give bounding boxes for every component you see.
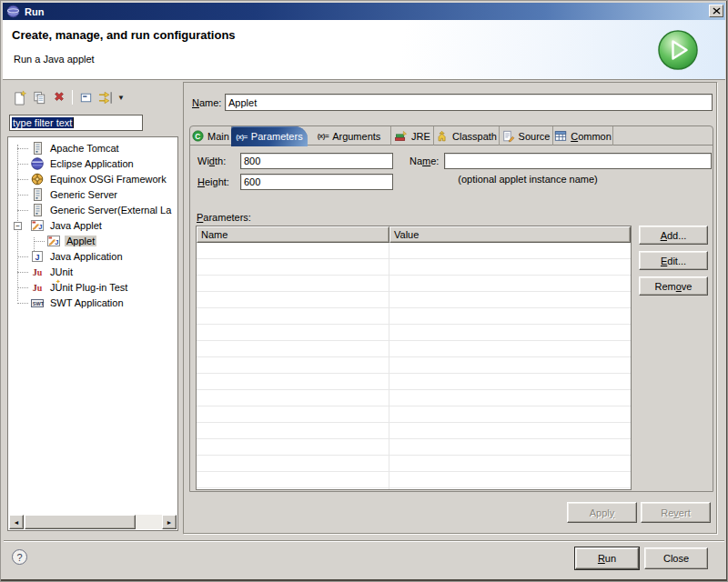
config-editor-panel: Name: C Main (x)= Parameters (x)= Argume… xyxy=(183,82,717,534)
applet-name-label: Name: xyxy=(410,153,439,169)
config-name-label: Name: xyxy=(192,95,221,111)
window-title: Run xyxy=(25,6,44,17)
parameters-label: Parameters: xyxy=(197,209,251,226)
revert-button[interactable]: Revert xyxy=(641,502,711,523)
tree-item-applet-selected[interactable]: J Applet xyxy=(8,234,177,249)
svg-text:J: J xyxy=(38,223,42,231)
scroll-left-icon[interactable]: ◄ xyxy=(9,515,24,529)
run-badge-icon xyxy=(656,28,700,72)
applet-icon: J xyxy=(30,218,45,233)
apply-button[interactable]: Apply xyxy=(567,502,637,523)
parameters-table[interactable]: Name Value xyxy=(196,226,632,490)
width-label: Width: xyxy=(197,153,226,169)
server-icon xyxy=(30,203,45,217)
new-launch-config-icon[interactable] xyxy=(9,88,29,106)
tree-item-junit-plugin-test[interactable]: Ju ✦ JUnit Plug-in Test xyxy=(8,280,177,296)
column-header-value[interactable]: Value xyxy=(389,226,631,243)
run-configurations-dialog: Run Create, manage, and run configuratio… xyxy=(0,0,728,582)
filter-menu-dropdown-icon[interactable]: ▼ xyxy=(117,94,125,102)
tab-source[interactable]: Source xyxy=(500,126,553,146)
junit-plugin-icon: Ju xyxy=(30,280,45,295)
question-icon: ? xyxy=(16,552,22,563)
tree-item-java-application[interactable]: J Java Application xyxy=(8,249,177,265)
svg-text:C: C xyxy=(195,132,200,141)
remove-button[interactable]: Remove xyxy=(639,276,708,296)
tab-parameters[interactable]: (x)= Parameters xyxy=(231,126,308,146)
config-tab-folder: C Main (x)= Parameters (x)= Arguments JR… xyxy=(189,125,713,492)
height-label: Height: xyxy=(197,174,229,190)
scroll-right-icon[interactable]: ► xyxy=(162,515,177,529)
filter-selected-text: type filter text xyxy=(12,117,73,128)
applet-name-hint: (optional applet instance name) xyxy=(437,174,619,185)
column-header-name[interactable]: Name xyxy=(197,226,389,243)
parameters-table-header: Name Value xyxy=(197,226,631,243)
banner-title: Create, manage, and run configurations xyxy=(12,28,236,42)
close-window-button[interactable] xyxy=(709,5,723,17)
common-tab-icon xyxy=(554,130,567,142)
add-button[interactable]: Add... xyxy=(639,226,708,245)
run-button[interactable]: Run xyxy=(575,547,639,569)
close-icon xyxy=(713,7,721,15)
junit-icon: Ju xyxy=(30,265,45,279)
tree-item-generic-server-external[interactable]: Generic Server(External La xyxy=(8,203,177,218)
width-input[interactable] xyxy=(240,153,393,169)
tree-item-eclipse-application[interactable]: Eclipse Application xyxy=(8,156,177,172)
parameters-table-body[interactable] xyxy=(197,243,631,489)
tree-item-swt-application[interactable]: SWT SWT Application xyxy=(8,296,177,311)
collapse-all-icon[interactable] xyxy=(76,88,96,106)
config-name-input[interactable] xyxy=(225,94,713,111)
tab-arguments[interactable]: (x)= Arguments xyxy=(308,126,391,146)
svg-text:J: J xyxy=(35,253,40,262)
tree-item-apache-tomcat[interactable]: Apache Tomcat xyxy=(8,141,177,156)
tab-classpath[interactable]: Classpath xyxy=(434,126,500,146)
tab-jre[interactable]: JRE xyxy=(391,126,434,146)
duplicate-launch-config-icon[interactable] xyxy=(29,88,49,106)
main-tab-icon: C xyxy=(192,130,204,142)
parameters-tab-icon: (x)= xyxy=(236,133,247,141)
tab-common[interactable]: Common xyxy=(553,126,613,146)
scrollbar-thumb[interactable] xyxy=(25,515,136,529)
toolbar-separator xyxy=(72,90,73,105)
tree-horizontal-scrollbar[interactable]: ◄ ► xyxy=(9,515,177,529)
titlebar[interactable]: Run xyxy=(3,3,725,20)
java-application-icon: J xyxy=(30,249,45,264)
source-tab-icon xyxy=(502,130,515,143)
jre-tab-icon xyxy=(394,130,408,143)
help-button[interactable]: ? xyxy=(11,548,28,566)
svg-text:SWT: SWT xyxy=(33,301,45,306)
tab-strip: C Main (x)= Parameters (x)= Arguments JR… xyxy=(190,126,713,146)
text-cursor xyxy=(73,117,74,128)
delete-launch-config-icon[interactable] xyxy=(49,88,69,106)
footer-separator xyxy=(4,540,724,542)
banner-subtitle: Run a Java applet xyxy=(14,54,95,65)
dialog-banner: Create, manage, and run configurations R… xyxy=(3,20,725,80)
collapse-expander-icon[interactable]: − xyxy=(14,222,22,230)
applet-name-input[interactable] xyxy=(444,153,712,169)
applet-icon: J xyxy=(46,234,61,248)
filter-input[interactable]: type filter text xyxy=(9,115,143,131)
classpath-tab-icon xyxy=(436,130,449,143)
close-button[interactable]: Close xyxy=(644,547,708,569)
swt-icon: SWT xyxy=(30,296,45,310)
arguments-tab-icon: (x)= xyxy=(318,132,329,140)
server-icon xyxy=(30,141,45,156)
server-icon xyxy=(30,187,45,202)
tab-main[interactable]: C Main xyxy=(190,126,232,146)
height-input[interactable] xyxy=(240,174,393,190)
tree-item-equinox-osgi-framework[interactable]: Equinox OSGi Framework xyxy=(8,172,177,187)
tree-item-generic-server[interactable]: Generic Server xyxy=(8,187,177,203)
tree-item-junit[interactable]: Ju JUnit xyxy=(8,265,177,280)
svg-text:J: J xyxy=(55,238,58,246)
edit-button[interactable]: Edit... xyxy=(639,251,708,270)
eclipse-sphere-icon xyxy=(30,156,45,171)
launch-config-toolbar: ▼ xyxy=(9,88,125,106)
launch-config-tree[interactable]: Apache Tomcat Eclipse Application Equino… xyxy=(7,136,178,531)
eclipse-logo-icon xyxy=(6,5,20,18)
equinox-icon xyxy=(30,172,45,186)
tree-item-java-applet[interactable]: − J Java Applet xyxy=(8,218,177,234)
filter-launch-configs-icon[interactable] xyxy=(96,88,116,106)
